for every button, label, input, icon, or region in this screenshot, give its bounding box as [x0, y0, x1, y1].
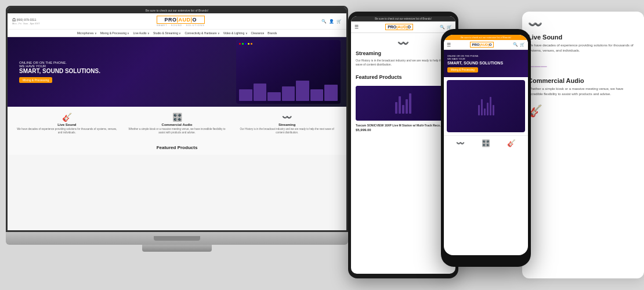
hero-image	[236, 40, 341, 104]
ph-icons: 🔍 🛒	[513, 42, 525, 47]
tab-header: ☰ PRO|AUD|O 🔍 🛒	[351, 21, 455, 33]
tab-fader-3	[402, 105, 404, 114]
nav-brands[interactable]: Brands	[267, 31, 277, 35]
nav-mixing[interactable]: Mixing & Processing ∨	[100, 31, 130, 35]
account-icon[interactable]: 👤	[329, 19, 334, 24]
scene: Be sure to check out our extensive list …	[0, 0, 644, 290]
ph-search-icon[interactable]: 🔍	[513, 42, 518, 47]
phone-icon: 🎧	[12, 18, 16, 21]
tab-fader-4	[406, 99, 408, 114]
dp-live-sound-text: We have decades of experience providing …	[528, 43, 638, 53]
live-sound-title: Live Sound	[16, 123, 118, 126]
ph-hero-big: SMART, SOUND SOLUTIONS	[447, 60, 524, 66]
streaming-icon: 〰️	[236, 113, 338, 122]
mixer-visual	[236, 40, 341, 104]
fader-4	[282, 86, 295, 101]
ph-fader-2	[481, 99, 483, 115]
nav-clearance[interactable]: Clearance	[251, 31, 265, 35]
light-orange	[251, 43, 252, 45]
laptop-base	[6, 232, 348, 245]
dp-live-sound-title: Live Sound	[528, 34, 638, 41]
nav-live-audio[interactable]: Live Audio ∨	[133, 31, 149, 35]
ph-hero-button[interactable]: Mixing & Processing	[447, 67, 478, 72]
ph-fader-5	[490, 97, 491, 115]
tab-product-image	[356, 86, 451, 121]
desktop-panel-content: 〰️ Live Sound We have decades of experie…	[522, 12, 644, 124]
ph-cart-icon[interactable]: 🛒	[520, 42, 525, 47]
ph-logo: PRO|AUD|O	[470, 42, 493, 48]
laptop-website: Be sure to check out our extensive list …	[8, 8, 346, 230]
light-blue	[245, 43, 247, 45]
tab-streaming-section: 〰️ Streaming Our History is in the broad…	[351, 33, 455, 71]
laptop-stand	[142, 245, 212, 252]
dp-fader-icon: ⏤⏤⏤	[528, 60, 638, 72]
hero-big: SMART, SOUND SOLUTIONS.	[19, 68, 100, 75]
desktop-right-panel: 〰️ Live Sound We have decades of experie…	[522, 12, 644, 278]
tablet-website: Be sure to check out our extensive list …	[351, 16, 455, 133]
ph-fader-1	[478, 105, 480, 115]
hamburger-icon[interactable]: ☰	[354, 24, 359, 30]
site-topbar: Be sure to check out our extensive list …	[8, 8, 346, 13]
dp-commercial-audio-title: Commercial Audio	[528, 77, 638, 84]
ph-hamburger-icon[interactable]: ☰	[447, 42, 451, 48]
nav-connectivity[interactable]: Connectivity & Hardware ∨	[184, 31, 219, 35]
ph-topbar: Be sure to check out our extensive list …	[444, 35, 528, 40]
nav-microphones[interactable]: Microphones ∨	[77, 31, 97, 35]
laptop-device: Be sure to check out our extensive list …	[6, 6, 348, 249]
tab-icons: 🔍 🛒	[440, 25, 452, 30]
site-logo-wrap: PRO|AUD|O SMART · SOUND · SOLUTIONS	[157, 16, 205, 27]
tab-product-visual	[356, 86, 451, 121]
search-icon[interactable]: 🔍	[321, 19, 327, 24]
ph-icon-2: 🎛️	[482, 139, 490, 147]
phone-website: Be sure to check out our extensive list …	[444, 35, 528, 151]
ph-product-image	[447, 80, 525, 132]
fader-5	[296, 81, 309, 101]
tab-product-price: $5,999.00	[351, 127, 455, 133]
cart-icon[interactable]: 🛒	[337, 19, 342, 24]
dp-wave-icon: 〰️	[528, 17, 638, 31]
light-red	[239, 43, 241, 45]
ph-product-mixer	[475, 94, 497, 118]
commercial-audio-desc: Whether a simple kiosk or a massive meet…	[126, 128, 228, 135]
tab-product-mixer	[392, 90, 414, 117]
ph-feature-icons: 〰️ 🎛️ 🎸	[444, 135, 528, 151]
tab-fader-1	[395, 102, 397, 114]
commercial-audio-title: Commercial Audio	[126, 123, 228, 126]
fader-1	[239, 89, 252, 101]
ph-hero: ONLINE OR ON THE PHONE. WE HAVE YOUR SMA…	[444, 50, 528, 77]
commercial-audio-icon: 🎛️	[126, 113, 228, 122]
fader-3	[267, 92, 281, 101]
tab-fader-2	[399, 96, 401, 114]
tab-topbar: Be sure to check out our extensive list …	[351, 16, 455, 21]
live-sound-icon: 🎸	[16, 113, 118, 122]
ph-fader-6	[493, 105, 494, 115]
dp-guitar-icon: 🎸	[528, 104, 638, 118]
site-header: 🎧 (800) 979-3311 Mon - Fri · 9am - 8pm E…	[8, 13, 346, 30]
laptop-screen: Be sure to check out our extensive list …	[6, 6, 348, 232]
site-hero: ONLINE OR ON THE PHONE. WE HAVE YOUR SMA…	[8, 37, 346, 107]
ph-header: ☰ PRO|AUD|O 🔍 🛒	[444, 40, 528, 50]
ph-icon-3: 🎸	[507, 139, 516, 147]
hero-text: ONLINE OR ON THE PHONE. WE HAVE YOUR SMA…	[19, 61, 100, 83]
mixer-lights	[239, 43, 338, 45]
nav-studio[interactable]: Studio & Streaming ∨	[153, 31, 181, 35]
tab-search-icon[interactable]: 🔍	[440, 25, 445, 30]
laptop-notch	[154, 236, 200, 241]
tab-streaming-wave-icon: 〰️	[356, 38, 451, 49]
dp-live-sound: 〰️ Live Sound We have decades of experie…	[528, 17, 638, 53]
nav-video[interactable]: Video & Lighting ∨	[223, 31, 248, 35]
tab-product-name: Tascam SONICVIEW 16XP Live M Station w/ …	[351, 124, 455, 127]
site-logo: PRO|AUD|O	[157, 16, 205, 24]
tab-streaming-title: Streaming	[356, 50, 451, 56]
feature-live-sound: 🎸 Live Sound We have decades of experien…	[16, 113, 118, 135]
ph-fader-3	[484, 108, 486, 115]
tablet-screen: Be sure to check out our extensive list …	[351, 16, 455, 274]
feature-streaming: 〰️ Streaming Our History is in the broad…	[236, 113, 338, 135]
site-phone: 🎧 (800) 979-3311 Mon - Fri · 9am - 8pm E…	[12, 18, 39, 25]
phone-subtext: Mon - Fri · 9am - 8pm EST	[12, 22, 39, 25]
featured-products-title: Featured Products	[8, 140, 346, 155]
phone-screen: Be sure to check out our extensive list …	[444, 35, 528, 255]
hero-button[interactable]: Mixing & Processing	[19, 77, 52, 83]
tab-featured-title: Featured Products	[351, 71, 455, 83]
streaming-desc: Our History is in the broadcast industry…	[236, 128, 338, 135]
